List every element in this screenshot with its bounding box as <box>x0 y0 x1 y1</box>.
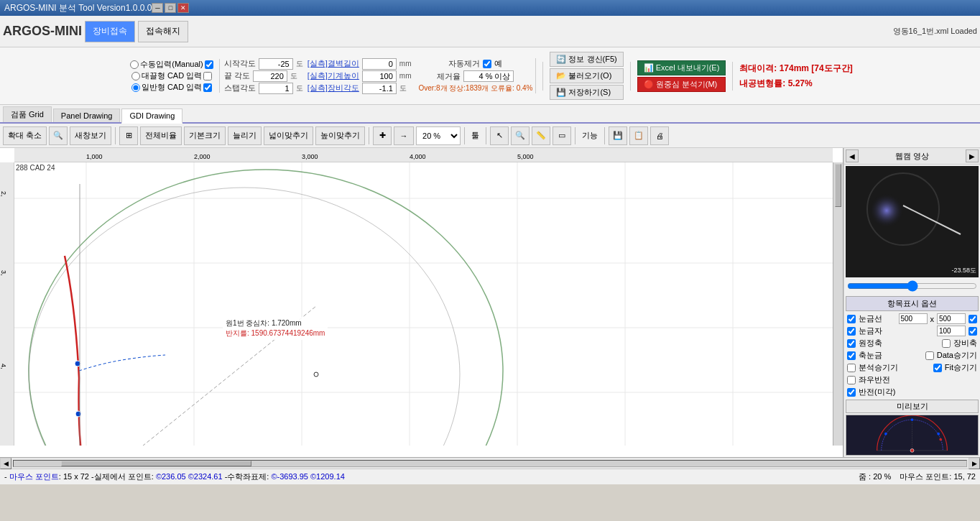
vscroll-thumb[interactable] <box>835 164 841 207</box>
canvas-area[interactable]: 1,000 2,000 3,000 4,000 5,000 2, 3, 4, 2… <box>0 148 843 457</box>
height-fit-button[interactable]: 높이맞추기 <box>315 126 365 145</box>
radio-manual[interactable]: 수동입력(Manual) <box>130 59 213 70</box>
webcam-prev-button[interactable]: ◀ <box>846 149 859 162</box>
rect-tool[interactable]: ▭ <box>553 126 571 145</box>
svg-point-38 <box>910 448 914 452</box>
grid-line-check[interactable] <box>847 315 856 323</box>
radio-cad1[interactable]: 대끌형 CAD 입력 <box>131 70 212 81</box>
right-panel: ◀ 웹캠 영상 ▶ -23.58도 <box>843 148 980 457</box>
analysis-check[interactable] <box>847 364 856 372</box>
status-mouse-point2: 마우스 포인트: 15, 72 <box>900 471 976 482</box>
mini-preview <box>846 415 979 456</box>
search-tool[interactable]: 🔍 <box>511 126 530 145</box>
machine-height-link[interactable]: [실측]기계높이 <box>308 70 359 81</box>
new-window-button[interactable]: 새창보기 <box>70 126 111 145</box>
connect-button[interactable]: 장비접속 <box>85 21 135 42</box>
cursor-tool[interactable]: ↖ <box>490 126 509 145</box>
stretch-button[interactable]: 늘리기 <box>228 126 262 145</box>
maximize-button[interactable]: □ <box>165 3 176 13</box>
status-zoom: 줌 : 20 % <box>859 471 891 482</box>
wall-length-input[interactable] <box>362 58 397 70</box>
webcam-next-button[interactable]: ▶ <box>966 149 979 162</box>
arrow-tool-button[interactable]: → <box>394 126 414 145</box>
ruler-check2[interactable] <box>969 327 977 336</box>
ruler-mark-5000: 5,000 <box>517 153 534 160</box>
main-area: 1,000 2,000 3,000 4,000 5,000 2, 3, 4, 2… <box>0 148 980 457</box>
reverse-check[interactable] <box>847 388 856 397</box>
ruler-mark-v-2: 2, <box>0 191 7 197</box>
horizontal-scrollbar-area: ◀ ▶ <box>0 457 980 469</box>
equip-check[interactable] <box>942 339 951 348</box>
fit-check[interactable] <box>933 364 942 372</box>
tab-gdi[interactable]: GDI Drawing <box>121 109 182 124</box>
plus-tool-button[interactable]: ✚ <box>373 126 392 145</box>
scroll-right-button[interactable]: ▶ <box>969 458 980 469</box>
save-button[interactable]: 💾 저장하기(S) <box>550 85 623 100</box>
functions-label: 기능 <box>579 130 601 141</box>
start-angle-input[interactable] <box>259 58 293 70</box>
copy-button[interactable]: 📋 <box>629 126 648 145</box>
tab-bar: 검품 Grid Panel Drawing GDI Drawing <box>0 105 980 124</box>
scroll-left-button[interactable]: ◀ <box>0 458 11 469</box>
refresh-view-button[interactable]: 🔍 <box>49 126 68 145</box>
tab-grid[interactable]: 검품 Grid <box>3 106 52 122</box>
ruler-option: 눈금자 <box>844 325 980 337</box>
window-controls: ─ □ ✕ <box>152 3 189 13</box>
webcam-image: -23.58도 <box>846 166 979 277</box>
auto-remove-check[interactable] <box>483 60 491 68</box>
axis-check[interactable] <box>847 339 856 348</box>
step-angle-input[interactable] <box>259 83 293 94</box>
horizontal-scroll-track[interactable] <box>13 460 967 467</box>
main-toolbar: ARGOS-MINI 장비접속 접속해지 영동16_1번.xml Loaded <box>0 16 980 47</box>
options-title: 항목표시 옵션 <box>846 296 979 311</box>
radio-cad2[interactable]: 일반형 CAD 입력 <box>131 82 212 93</box>
ruler-input[interactable] <box>937 326 966 336</box>
circle-analysis-button[interactable]: 🔴 원중심 분석기(M) <box>637 77 726 92</box>
end-angle-input[interactable] <box>253 70 287 82</box>
logo-area: ARGOS-MINI <box>3 24 82 39</box>
ruler-mark-3000: 3,000 <box>302 153 318 160</box>
webcam-slider[interactable] <box>847 280 977 292</box>
zoom-select[interactable]: 20 % 25 % 50 % 100 % <box>416 126 461 145</box>
expand-zoom-button[interactable]: 확대 축소 <box>3 126 47 145</box>
status-mouse-point: - 마우스 포인트: 15 x 72 -실제에서 포인트: ©236.05 ©2… <box>4 471 345 482</box>
close-button[interactable]: ✕ <box>177 3 189 13</box>
width-fit-button[interactable]: 넓이맞추기 <box>264 126 313 145</box>
wall-length-link[interactable]: [실측]결벽길이 <box>308 58 359 69</box>
print-button[interactable]: 🖨 <box>650 126 669 145</box>
minimize-button[interactable]: ─ <box>152 3 163 13</box>
tab-panel[interactable]: Panel Drawing <box>53 109 121 122</box>
full-ratio-icon[interactable]: ⊞ <box>119 126 138 145</box>
grid-x-input[interactable] <box>899 313 928 324</box>
expand-button[interactable]: 📂 불러오기(O) <box>550 68 623 83</box>
ruler-mark-v-3: 3, <box>0 270 7 276</box>
save-icon-button[interactable]: 💾 <box>609 126 627 145</box>
svg-point-35 <box>911 418 914 421</box>
max-diameter: 최대이격: 174mm [74도구간] <box>739 63 852 75</box>
vertical-scrollbar[interactable] <box>833 162 843 446</box>
machine-height-input[interactable] <box>362 70 397 82</box>
remove-rate-input[interactable] <box>463 70 514 82</box>
base-size-button[interactable]: 기본크기 <box>184 126 226 145</box>
annotation-center: 원1번 중심차: 1.720mm 반지를: 1590.67374419246mm <box>223 317 328 340</box>
ratio-link[interactable]: [실측]장비각도 <box>308 83 359 93</box>
hscroll-thumb[interactable] <box>61 461 251 466</box>
grid-y-input[interactable] <box>937 313 966 324</box>
excel-button[interactable]: 📊 Excel 내보내기(E) <box>637 60 726 75</box>
left-right-check[interactable] <box>847 376 856 384</box>
grid-check2[interactable] <box>969 315 977 323</box>
info-refresh-button[interactable]: 🔄 정보 갱신(F5) <box>550 52 623 67</box>
logo: ARGOS-MINI <box>3 24 82 39</box>
tools-label: 툴 <box>468 130 482 141</box>
grid-line-option: 눈금선 x <box>844 313 980 325</box>
data-save-check[interactable] <box>925 351 934 360</box>
svg-point-15 <box>75 411 81 417</box>
full-ratio-button[interactable]: 전체비율 <box>140 126 182 145</box>
svg-point-30 <box>864 188 921 245</box>
ruler-check[interactable] <box>847 327 856 336</box>
ratio-input[interactable] <box>362 83 397 94</box>
axis-eye-check[interactable] <box>847 351 856 360</box>
stop-button[interactable]: 접속해지 <box>138 21 188 42</box>
measure-tool[interactable]: 📏 <box>532 126 550 145</box>
svg-point-39 <box>939 438 942 441</box>
